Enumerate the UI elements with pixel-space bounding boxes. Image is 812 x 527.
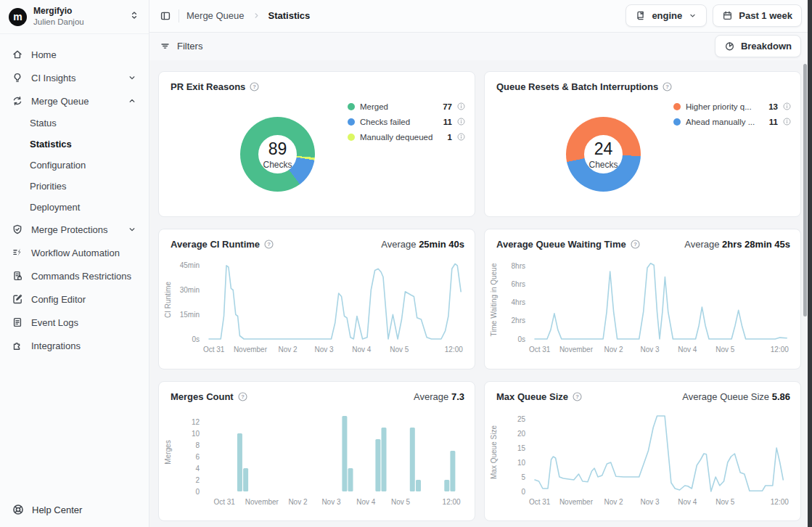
svg-text:Oct 31: Oct 31: [203, 346, 225, 354]
workflow-bolt-icon: [12, 247, 23, 258]
legend-item[interactable]: Manually dequeued1: [348, 129, 465, 144]
org-name: Mergifyio: [33, 6, 84, 16]
card-merges-count: Merges Count ? Average 7.3 024681012Oct …: [158, 381, 475, 521]
card-average-queue-waiting-time: Average Queue Waiting Time ? Average 2hr…: [484, 229, 801, 369]
repo-book-icon: [635, 10, 646, 21]
line-chart: 0s2hrs4hrs6hrs8hrsOct 31NovemberNov 2Nov…: [485, 252, 800, 362]
sidebar-item-workflow-automation[interactable]: Workflow Automation: [6, 241, 143, 264]
breadcrumb-statistics: Statistics: [268, 10, 311, 21]
legend-label: Checks failed: [360, 118, 438, 126]
breakdown-button[interactable]: Breakdown: [715, 35, 801, 57]
info-icon[interactable]: [457, 102, 465, 110]
svg-text:Merges: Merges: [164, 440, 172, 464]
info-icon[interactable]: [457, 133, 465, 141]
donut-total-label: Checks: [263, 160, 292, 170]
filter-icon: [160, 41, 171, 52]
account-switcher[interactable]: m Mergifyio Julien Danjou: [0, 0, 149, 34]
sidebar-item-status[interactable]: Status: [6, 113, 143, 134]
legend-dot: [348, 103, 355, 110]
svg-text:?: ?: [575, 393, 579, 400]
sidebar-item-label: Statistics: [30, 139, 72, 150]
sidebar-item-commands-restrictions[interactable]: Commands Restrictions: [6, 264, 143, 287]
sidebar-item-deployment[interactable]: Deployment: [6, 197, 143, 218]
help-icon[interactable]: ?: [663, 82, 672, 91]
legend-item[interactable]: Ahead manually ...11: [673, 114, 791, 129]
sidebar-item-statistics[interactable]: Statistics: [6, 134, 143, 155]
date-range-button[interactable]: Past 1 week: [713, 4, 802, 27]
legend-value: 1: [448, 133, 452, 142]
date-range-label: Past 1 week: [739, 10, 792, 21]
info-icon[interactable]: [457, 118, 465, 126]
repository-selector[interactable]: engine: [626, 4, 707, 27]
svg-text:?: ?: [267, 241, 271, 248]
donut-legend: Merged77Checks failed11Manually dequeued…: [348, 99, 465, 144]
breadcrumb-merge-queue[interactable]: Merge Queue: [186, 10, 245, 21]
svg-text:45min: 45min: [180, 261, 200, 269]
svg-text:12:00: 12:00: [445, 346, 463, 354]
svg-text:Nov 4: Nov 4: [356, 498, 376, 506]
legend-dot: [673, 103, 681, 110]
average-label: Average: [381, 239, 416, 250]
filters-label: Filters: [177, 41, 202, 52]
svg-text:Oct 31: Oct 31: [213, 498, 235, 506]
svg-text:15min: 15min: [180, 311, 200, 319]
average-number: 25min 40s: [419, 239, 464, 250]
help-icon[interactable]: ?: [250, 82, 259, 91]
window-edge: [808, 0, 812, 527]
help-icon[interactable]: ?: [238, 392, 247, 401]
svg-text:15: 15: [517, 444, 526, 452]
sidebar-item-configuration[interactable]: Configuration: [6, 155, 143, 176]
line-chart-svg: 0s2hrs4hrs6hrs8hrsOct 31NovemberNov 2Nov…: [485, 252, 798, 362]
svg-text:0s: 0s: [192, 335, 200, 343]
card-title: Max Queue Size: [496, 391, 568, 402]
svg-text:2: 2: [195, 476, 200, 484]
svg-text:Max Queue Size: Max Queue Size: [490, 425, 498, 479]
sidebar-item-merge-protections[interactable]: Merge Protections: [6, 218, 143, 241]
legend-value: 11: [769, 118, 778, 126]
svg-text:0: 0: [195, 488, 200, 496]
sidebar-item-config-editor[interactable]: Config Editor: [6, 287, 143, 311]
legend-item[interactable]: Higher priority q...13: [673, 99, 791, 114]
sidebar-item-merge-queue[interactable]: Merge Queue: [6, 89, 143, 113]
sidebar-item-label: CI Insights: [31, 73, 75, 83]
svg-text:25: 25: [517, 415, 526, 423]
svg-text:Nov 2: Nov 2: [288, 498, 308, 506]
svg-text:30min: 30min: [180, 286, 200, 294]
info-icon[interactable]: [783, 102, 791, 110]
sidebar-toggle-icon[interactable]: [160, 10, 171, 22]
sidebar-item-label: Configuration: [30, 160, 86, 171]
svg-text:Oct 31: Oct 31: [529, 346, 551, 354]
sidebar-item-ci-insights[interactable]: CI Insights: [6, 66, 143, 89]
help-icon[interactable]: ?: [573, 392, 582, 401]
line-chart-svg: 0510152025Oct 31NovemberNov 2Nov 3Nov 4N…: [485, 404, 798, 515]
average-value: Average 2hrs 28min 45s: [684, 239, 790, 250]
document-lines-icon: [12, 316, 23, 328]
legend-label: Manually dequeued: [360, 133, 443, 142]
vertical-scrollbar[interactable]: [803, 64, 807, 316]
filters-button[interactable]: Filters: [160, 41, 202, 52]
average-number: 5.86: [772, 391, 790, 402]
sidebar-item-integrations[interactable]: Integrations: [6, 334, 143, 357]
legend-item[interactable]: Merged77: [348, 99, 465, 114]
card-title: Merges Count: [171, 391, 234, 402]
help-icon[interactable]: ?: [264, 240, 274, 249]
info-icon[interactable]: [783, 118, 791, 126]
help-center-link[interactable]: Help Center: [0, 492, 149, 527]
help-icon[interactable]: ?: [631, 240, 640, 249]
svg-text:0s: 0s: [517, 335, 525, 343]
svg-text:November: November: [234, 346, 268, 354]
updown-chevron-icon: [128, 9, 140, 24]
lifebuoy-icon: [12, 503, 25, 516]
legend-item[interactable]: Checks failed11: [348, 114, 465, 129]
sidebar-item-label: Status: [30, 118, 57, 128]
sidebar-item-home[interactable]: Home: [6, 43, 143, 66]
svg-text:8: 8: [195, 441, 200, 449]
sidebar-item-priorities[interactable]: Priorities: [6, 176, 143, 197]
legend-label: Merged: [360, 102, 438, 111]
sidebar-item-event-logs[interactable]: Event Logs: [6, 311, 143, 334]
chevron-up-icon: [127, 96, 137, 106]
bar-chart: 024681012Oct 31NovemberNov 2Nov 3Nov 4No…: [159, 404, 475, 515]
svg-text:12:00: 12:00: [443, 498, 461, 506]
svg-text:Oct 31: Oct 31: [529, 498, 551, 506]
line-chart: 0510152025Oct 31NovemberNov 2Nov 3Nov 4N…: [485, 404, 800, 515]
